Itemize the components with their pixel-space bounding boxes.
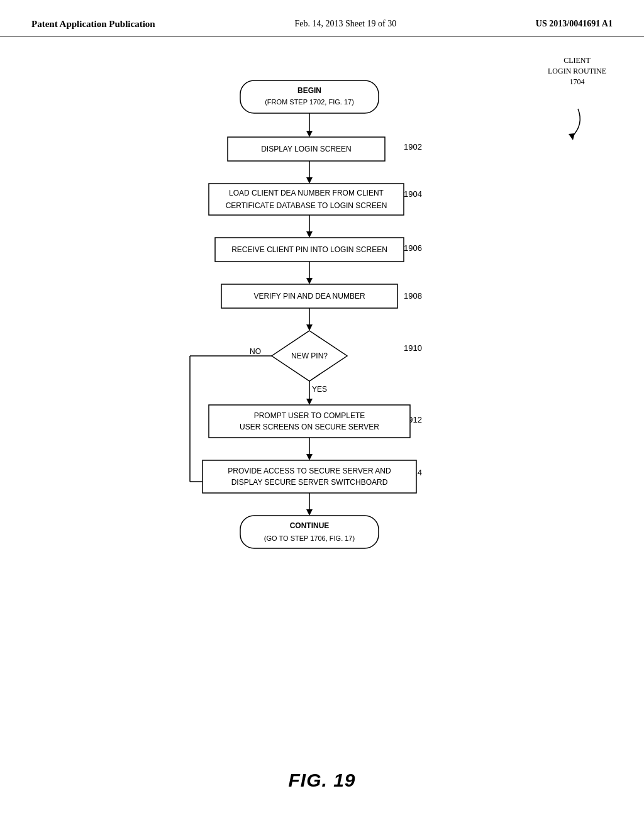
figure-label: FIG. 19 (288, 770, 355, 791)
svg-text:DISPLAY SECURE SERVER SWITCHBO: DISPLAY SECURE SERVER SWITCHBOARD (231, 478, 388, 487)
svg-text:CERTIFICATE DATABASE TO LOGIN : CERTIFICATE DATABASE TO LOGIN SCREEN (226, 201, 387, 210)
svg-marker-0 (569, 133, 575, 140)
svg-marker-10 (306, 177, 313, 184)
client-login-arrow (559, 106, 591, 146)
svg-text:(GO TO STEP 1706, FIG. 17): (GO TO STEP 1706, FIG. 17) (264, 534, 355, 542)
svg-rect-45 (203, 460, 416, 493)
main-content: CLIENT LOGIN ROUTINE 1704 BEGIN (FROM ST… (0, 36, 644, 816)
svg-marker-21 (306, 278, 313, 284)
svg-text:NO: NO (250, 347, 261, 356)
svg-text:PROVIDE ACCESS TO SECURE SERVE: PROVIDE ACCESS TO SECURE SERVER AND (228, 467, 391, 475)
flowchart-svg: BEGIN (FROM STEP 1702, FIG. 17) 1902 DIS… (133, 74, 511, 766)
client-login-line1: CLIENT (564, 56, 591, 65)
svg-text:YES: YES (312, 385, 327, 394)
client-login-line2: LOGIN ROUTINE (548, 67, 606, 75)
header-publication: Patent Application Publication (31, 19, 155, 30)
flowchart-container: BEGIN (FROM STEP 1702, FIG. 17) 1902 DIS… (133, 74, 511, 766)
svg-marker-33 (306, 399, 313, 405)
svg-text:USER SCREENS ON SECURE SERVER: USER SCREENS ON SECURE SERVER (240, 423, 379, 431)
svg-text:PROMPT USER TO COMPLETE: PROMPT USER TO COMPLETE (254, 411, 365, 420)
svg-text:RECEIVE CLIENT PIN INTO LOGIN : RECEIVE CLIENT PIN INTO LOGIN SCREEN (231, 245, 387, 254)
svg-text:DISPLAY LOGIN SCREEN: DISPLAY LOGIN SCREEN (261, 145, 352, 153)
svg-marker-26 (306, 324, 313, 331)
client-login-label: CLIENT LOGIN ROUTINE 1704 (548, 55, 606, 87)
svg-text:1910: 1910 (404, 343, 422, 353)
svg-text:NEW PIN?: NEW PIN? (291, 351, 328, 360)
client-login-line3: 1704 (570, 77, 585, 86)
svg-text:1908: 1908 (404, 291, 422, 301)
svg-marker-16 (306, 231, 313, 238)
page-header: Patent Application Publication Feb. 14, … (0, 0, 644, 36)
svg-text:1906: 1906 (404, 243, 422, 253)
header-date-sheet: Feb. 14, 2013 Sheet 19 of 30 (294, 19, 396, 29)
svg-rect-1 (240, 80, 379, 113)
svg-text:CONTINUE: CONTINUE (290, 521, 330, 530)
svg-text:BEGIN: BEGIN (297, 86, 321, 95)
svg-rect-50 (240, 516, 379, 548)
svg-marker-49 (306, 509, 313, 516)
svg-marker-5 (306, 131, 313, 137)
svg-marker-39 (306, 454, 313, 460)
svg-text:1904: 1904 (404, 189, 422, 199)
svg-text:VERIFY PIN AND DEA  NUMBER: VERIFY PIN AND DEA NUMBER (253, 292, 365, 301)
svg-text:(FROM STEP 1702, FIG. 17): (FROM STEP 1702, FIG. 17) (265, 98, 354, 106)
svg-text:LOAD CLIENT DEA NUMBER FROM CL: LOAD CLIENT DEA NUMBER FROM CLIENT (229, 189, 384, 197)
svg-rect-35 (209, 405, 410, 438)
svg-text:1902: 1902 (404, 142, 422, 152)
header-patent-number: US 2013/0041691 A1 (536, 19, 613, 29)
